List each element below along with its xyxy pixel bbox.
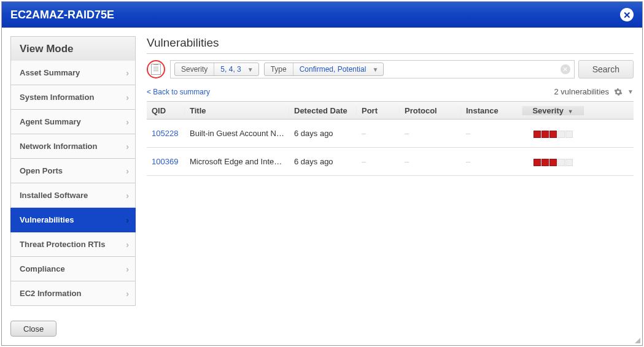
table-header-row: QID Title Detected Date Port Protocol In… [147,101,634,120]
cell-date: 6 days ago [289,157,357,166]
cell-title: Built-in Guest Account N… [185,129,289,138]
chevron-right-icon: › [126,166,129,176]
chevron-right-icon: › [126,93,129,102]
chevron-right-icon: › [126,215,129,225]
cell-title: Microsoft Edge and Inter… [185,157,289,166]
close-icon[interactable]: ✕ [620,8,634,21]
sidebar-item-compliance[interactable]: Compliance› [10,257,136,281]
sidebar-item-label: Agent Summary [20,117,81,126]
table-row[interactable]: 105228Built-in Guest Account N…6 days ag… [147,120,634,148]
resize-handle[interactable] [634,337,640,343]
cell-port: – [357,129,400,138]
qid-link[interactable]: 100369 [152,157,178,166]
col-title[interactable]: Title [185,106,289,115]
cell-severity [522,157,584,166]
section-title: Vulnerabilities [147,36,634,54]
qid-link[interactable]: 105228 [152,129,178,138]
sort-descending-icon: ▼ [568,109,573,115]
severity-filter-label: Severity [175,63,214,75]
chevron-right-icon: › [126,117,129,127]
titlebar: EC2AMAZ-RAID75E ✕ [2,2,642,28]
cell-date: 6 days ago [289,129,357,138]
sidebar-item-label: Network Information [20,142,97,151]
col-qid[interactable]: QID [147,106,185,115]
sidebar-item-label: Open Ports [20,166,63,175]
cell-protocol: – [400,129,461,138]
list-view-toggle-annotation [147,60,165,78]
sidebar-item-threat-protection-rtis[interactable]: Threat Protection RTIs› [10,232,136,257]
col-instance[interactable]: Instance [461,106,522,115]
col-severity[interactable]: Severity ▼ [522,106,584,115]
type-filter-value: Confirmed, Potential [293,63,370,75]
asset-hostname: EC2AMAZ-RAID75E [10,9,114,21]
cell-severity [522,129,584,138]
type-filter[interactable]: Type Confirmed, Potential ▼ [264,63,384,76]
asset-modal: EC2AMAZ-RAID75E ✕ View Mode Asset Summar… [1,1,643,346]
type-filter-label: Type [265,63,293,75]
col-protocol[interactable]: Protocol [400,106,461,115]
sidebar-item-ec2-information[interactable]: EC2 Information› [10,281,136,306]
chevron-right-icon: › [126,240,129,250]
chevron-down-icon[interactable]: ▼ [627,88,634,95]
sidebar-item-label: Compliance [20,264,65,273]
vulnerabilities-pane: Vulnerabilities Severity 5, 4, 3 ▼ Type [147,36,634,315]
col-date[interactable]: Detected Date [289,106,357,115]
clear-filters-icon[interactable]: ✕ [561,64,570,74]
view-mode-sidebar: View Mode Asset Summary›System Informati… [10,36,136,315]
severity-bar [533,131,573,138]
sidebar-item-installed-software[interactable]: Installed Software› [10,183,136,208]
sidebar-item-label: Installed Software [20,191,88,200]
vulnerabilities-table: QID Title Detected Date Port Protocol In… [147,101,634,176]
sidebar-item-asset-summary[interactable]: Asset Summary› [10,61,136,85]
gear-icon[interactable] [614,88,623,96]
severity-filter[interactable]: Severity 5, 4, 3 ▼ [174,63,259,76]
cell-protocol: – [400,157,461,166]
chevron-right-icon: › [126,142,129,151]
chevron-right-icon: › [126,264,129,274]
chevron-right-icon: › [126,191,129,200]
sidebar-item-vulnerabilities[interactable]: Vulnerabilities› [10,208,136,232]
filter-box: Severity 5, 4, 3 ▼ Type Confirmed, Poten… [170,60,575,78]
chevron-down-icon: ▼ [370,66,383,73]
severity-filter-value: 5, 4, 3 [214,63,244,75]
close-button[interactable]: Close [10,321,56,337]
chevron-right-icon: › [126,68,129,78]
sidebar-item-network-information[interactable]: Network Information› [10,134,136,159]
sidebar-item-label: EC2 Information [20,289,81,298]
back-to-summary-link[interactable]: < Back to summary [147,88,210,96]
list-view-icon[interactable] [151,64,161,75]
sidebar-item-agent-summary[interactable]: Agent Summary› [10,110,136,134]
cell-qid: 100369 [147,157,185,166]
sidebar-item-label: Asset Summary [20,68,80,77]
cell-instance: – [461,157,522,166]
severity-bar [533,159,573,166]
col-port[interactable]: Port [357,106,400,115]
sidebar-item-system-information[interactable]: System Information› [10,85,136,110]
result-count: 2 vulnerabilities [554,87,609,96]
cell-qid: 105228 [147,129,185,138]
sidebar-item-label: Threat Protection RTIs [20,240,105,249]
search-button[interactable]: Search [578,60,634,78]
chevron-down-icon: ▼ [245,66,258,73]
chevron-right-icon: › [126,289,129,299]
sidebar-item-label: Vulnerabilities [20,215,74,224]
cell-port: – [357,157,400,166]
table-row[interactable]: 100369Microsoft Edge and Inter…6 days ag… [147,148,634,176]
sidebar-item-label: System Information [20,93,94,102]
view-mode-title: View Mode [10,36,136,61]
sidebar-item-open-ports[interactable]: Open Ports› [10,159,136,183]
cell-instance: – [461,129,522,138]
